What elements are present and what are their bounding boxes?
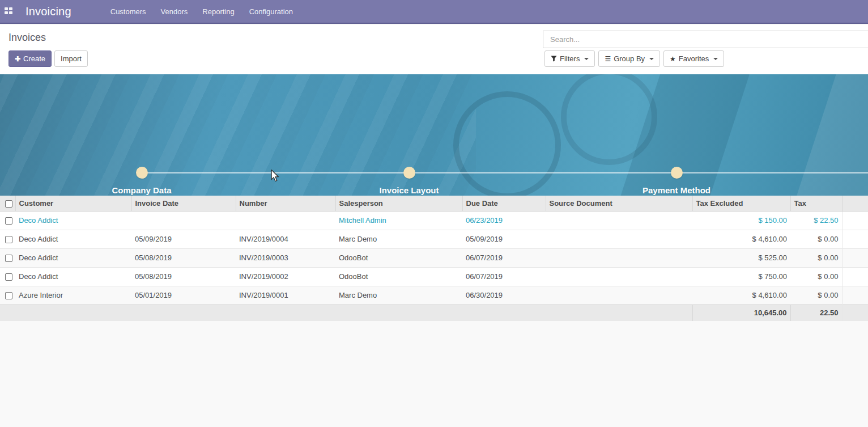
chevron-down-icon <box>649 58 654 60</box>
header-select-all-cell <box>0 196 15 211</box>
nav-item-vendors[interactable]: Vendors <box>154 1 195 23</box>
filters-button[interactable]: Filters <box>544 50 595 67</box>
cell-invoice-date[interactable]: 05/09/2019 <box>131 230 236 248</box>
row-select-cell <box>0 248 15 267</box>
cell-due-date[interactable]: 06/30/2019 <box>462 286 546 305</box>
cell-invoice-date[interactable] <box>131 211 236 230</box>
cell-salesperson[interactable]: OdooBot <box>335 267 462 286</box>
totals-empty-cell <box>0 305 15 321</box>
cell-tax-excluded[interactable]: $ 750.00 <box>692 267 790 286</box>
search-input[interactable] <box>543 31 868 48</box>
totals-empty-cell <box>131 305 236 321</box>
cell-source-document[interactable] <box>546 211 692 230</box>
star-icon: ★ <box>670 56 676 62</box>
column-header-tax[interactable]: Tax <box>790 196 842 211</box>
step-title: Payment Method <box>609 185 744 195</box>
cell-invoice-date[interactable]: 05/08/2019 <box>131 248 236 267</box>
cell-spacer <box>842 286 868 305</box>
cell-salesperson[interactable]: Marc Demo <box>335 230 462 248</box>
column-header-salesperson[interactable]: Salesperson <box>335 196 462 211</box>
top-nav: Invoicing Customers Vendors Reporting Co… <box>0 0 868 24</box>
cell-number[interactable] <box>236 211 335 230</box>
step-dot-company-data <box>136 167 148 179</box>
cell-spacer <box>842 211 868 230</box>
create-button-label: Create <box>23 54 45 63</box>
column-header-tax-excluded[interactable]: Tax Excluded <box>692 196 790 211</box>
cell-due-date[interactable]: 06/07/2019 <box>462 248 546 267</box>
cell-tax-excluded[interactable]: $ 4,610.00 <box>692 230 790 248</box>
select-all-checkbox[interactable] <box>5 200 12 208</box>
column-header-number[interactable]: Number <box>236 196 335 211</box>
cell-tax-excluded[interactable]: $ 525.00 <box>692 248 790 267</box>
banner-light-decoration <box>792 74 868 196</box>
column-header-due-date[interactable]: Due Date <box>462 196 546 211</box>
column-header-source-document[interactable]: Source Document <box>546 196 692 211</box>
cell-due-date[interactable]: 06/07/2019 <box>462 267 546 286</box>
cell-number[interactable]: INV/2019/0002 <box>236 267 335 286</box>
nav-menu: Customers Vendors Reporting Configuratio… <box>103 1 300 23</box>
nav-item-configuration[interactable]: Configuration <box>242 1 300 23</box>
cell-customer[interactable]: Azure Interior <box>15 286 131 305</box>
cell-salesperson[interactable]: Mitchell Admin <box>335 211 462 230</box>
banner-shade-decoration <box>616 74 749 196</box>
import-button[interactable]: Import <box>54 50 88 67</box>
column-header-invoice-date[interactable]: Invoice Date <box>131 196 236 211</box>
cell-tax[interactable]: $ 0.00 <box>790 230 842 248</box>
cell-salesperson[interactable]: OdooBot <box>335 248 462 267</box>
cell-spacer <box>842 267 868 286</box>
onboarding-progress-line <box>142 172 868 174</box>
cell-tax[interactable]: $ 0.00 <box>790 267 842 286</box>
total-tax-excluded: 10,645.00 <box>692 305 790 321</box>
table-row[interactable]: Azure Interior 05/01/2019 INV/2019/0001 … <box>0 286 868 305</box>
row-checkbox[interactable] <box>5 236 12 243</box>
favorites-button[interactable]: ★ Favorites <box>663 50 724 67</box>
cell-tax[interactable]: $ 0.00 <box>790 248 842 267</box>
control-panel: Invoices ✚ Create Import Filters ☰ Group… <box>0 25 868 74</box>
nav-item-customers[interactable]: Customers <box>103 1 154 23</box>
nav-item-reporting[interactable]: Reporting <box>195 1 241 23</box>
column-header-customer[interactable]: Customer <box>15 196 131 211</box>
cell-source-document[interactable] <box>546 230 692 248</box>
row-checkbox[interactable] <box>5 217 12 225</box>
row-checkbox[interactable] <box>5 273 12 281</box>
cell-tax-excluded[interactable]: $ 4,610.00 <box>692 286 790 305</box>
cell-source-document[interactable] <box>546 286 692 305</box>
cell-invoice-date[interactable]: 05/08/2019 <box>131 267 236 286</box>
table-row[interactable]: Deco Addict 05/08/2019 INV/2019/0002 Odo… <box>0 267 868 286</box>
cell-tax[interactable]: $ 0.00 <box>790 286 842 305</box>
group-by-button-label: Group By <box>614 54 645 63</box>
cell-due-date[interactable]: 06/23/2019 <box>462 211 546 230</box>
apps-grid-icon[interactable] <box>5 7 14 15</box>
totals-empty-cell <box>335 305 462 321</box>
cell-source-document[interactable] <box>546 248 692 267</box>
cell-due-date[interactable]: 05/09/2019 <box>462 230 546 248</box>
cell-number[interactable]: INV/2019/0003 <box>236 248 335 267</box>
table-row[interactable]: Deco Addict 05/09/2019 INV/2019/0004 Mar… <box>0 230 868 248</box>
cell-source-document[interactable] <box>546 267 692 286</box>
plus-icon: ✚ <box>15 55 20 63</box>
apps-grid-square <box>5 11 8 14</box>
table-row[interactable]: Deco Addict 05/08/2019 INV/2019/0003 Odo… <box>0 248 868 267</box>
cell-customer[interactable]: Deco Addict <box>15 230 131 248</box>
cell-number[interactable]: INV/2019/0004 <box>236 230 335 248</box>
onboarding-banner: Company Data Set your company's data for… <box>0 74 868 196</box>
cell-customer[interactable]: Deco Addict <box>15 211 131 230</box>
group-by-button[interactable]: ☰ Group By <box>598 50 660 67</box>
cell-tax[interactable]: $ 22.50 <box>790 211 842 230</box>
create-button[interactable]: ✚ Create <box>8 50 52 67</box>
onboarding-step-payment-method: Payment Method Configure your payment me… <box>609 185 744 196</box>
row-checkbox[interactable] <box>5 292 12 299</box>
table-row[interactable]: Deco Addict Mitchell Admin 06/23/2019 $ … <box>0 211 868 230</box>
app-title[interactable]: Invoicing <box>25 5 71 18</box>
cell-salesperson[interactable]: Marc Demo <box>335 286 462 305</box>
cell-customer[interactable]: Deco Addict <box>15 248 131 267</box>
cell-number[interactable]: INV/2019/0001 <box>236 286 335 305</box>
cell-tax-excluded[interactable]: $ 150.00 <box>692 211 790 230</box>
cell-invoice-date[interactable]: 05/01/2019 <box>131 286 236 305</box>
onboarding-step-company-data: Company Data Set your company's data for… <box>74 185 210 196</box>
totals-empty-cell <box>842 305 868 321</box>
row-checkbox[interactable] <box>5 255 12 262</box>
filter-icon <box>551 56 557 62</box>
cell-customer[interactable]: Deco Addict <box>15 267 131 286</box>
banner-background-texture <box>0 74 476 196</box>
